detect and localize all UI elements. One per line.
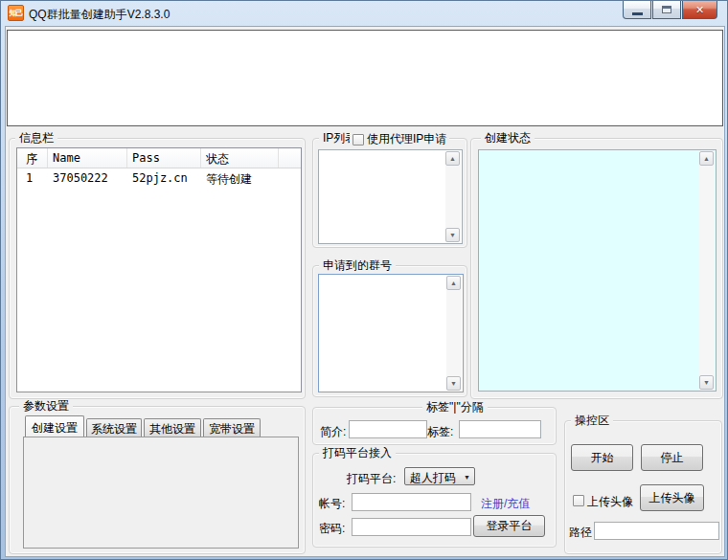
- cell-name: 37050222: [48, 168, 127, 188]
- info-table-header: 序 Name Pass 状态: [17, 148, 301, 168]
- proxy-ip-checkbox-label: 使用代理IP申请: [367, 131, 446, 147]
- app-window: 知己 QQ群批量创建助手V2.8.3.0 ✕ 信息栏 序 Name Pass 状…: [0, 0, 728, 560]
- create-status-listbox[interactable]: ▲ ▼: [478, 149, 717, 392]
- scroll-down-icon[interactable]: ▼: [445, 228, 460, 242]
- chevron-down-icon: ▼: [464, 474, 470, 481]
- path-input[interactable]: [594, 522, 719, 540]
- tab-system-settings[interactable]: 系统设置: [86, 418, 142, 437]
- scroll-up-icon[interactable]: ▲: [446, 276, 461, 290]
- maximize-button[interactable]: [652, 1, 681, 19]
- column-header-extra: [279, 148, 301, 168]
- window-title: QQ群批量创建助手V2.8.3.0: [29, 7, 170, 23]
- column-header-seq[interactable]: 序: [17, 148, 48, 168]
- params-panel-title: 参数设置: [19, 399, 73, 413]
- upload-avatar-checkbox-label: 上传头像: [587, 494, 633, 510]
- close-button[interactable]: ✕: [682, 1, 717, 19]
- captcha-panel-title: 打码平台接入: [319, 446, 396, 459]
- applied-groups-listbox[interactable]: ▲ ▼: [318, 274, 464, 392]
- column-header-name[interactable]: Name: [48, 148, 127, 168]
- account-label: 帐号:: [319, 496, 345, 512]
- control-panel: 操控区 开始 停止 上传头像 上传头像 路径: [564, 420, 722, 554]
- close-icon: ✕: [695, 4, 704, 16]
- banner-area: [7, 30, 723, 126]
- maximize-icon: [662, 6, 671, 13]
- app-icon[interactable]: 知己: [8, 5, 24, 21]
- column-header-status[interactable]: 状态: [201, 148, 279, 168]
- create-status-title: 创建状态: [481, 131, 535, 145]
- ip-listbox-scrollbar[interactable]: ▲ ▼: [445, 151, 461, 242]
- stop-button[interactable]: 停止: [641, 444, 703, 471]
- title-bar[interactable]: 知己 QQ群批量创建助手V2.8.3.0 ✕: [1, 1, 728, 26]
- info-table[interactable]: 序 Name Pass 状态 1 37050222 52pjz.cn 等待创建: [16, 147, 302, 392]
- proxy-ip-checkbox[interactable]: [353, 134, 364, 146]
- password-input[interactable]: [352, 518, 471, 536]
- ip-list-panel: IP列表 使用代理IP申请 ▲ ▼: [312, 138, 467, 248]
- intro-label: 简介:: [320, 424, 346, 440]
- scroll-down-icon[interactable]: ▼: [699, 375, 714, 390]
- intro-input[interactable]: [349, 420, 427, 438]
- info-panel: 信息栏 序 Name Pass 状态 1 37050222 52pjz.cn 等…: [9, 138, 306, 399]
- minimize-icon: [632, 12, 643, 15]
- proxy-checkbox-group[interactable]: 使用代理IP申请: [350, 131, 449, 147]
- applied-groups-panel: 申请到的群号 ▲ ▼: [312, 265, 467, 397]
- scroll-up-icon[interactable]: ▲: [445, 151, 460, 166]
- create-status-scrollbar[interactable]: ▲ ▼: [699, 151, 715, 390]
- captcha-panel: 打码平台接入 打码平台: 超人打码 ▼ 帐号: 注册/充值 密码: 登录平台: [312, 453, 557, 548]
- tab-broadband-settings[interactable]: 宽带设置: [203, 418, 261, 437]
- cell-pass: 52pjz.cn: [127, 168, 201, 188]
- login-platform-button[interactable]: 登录平台: [473, 515, 545, 537]
- tag-panel-title: 标签"|"分隔: [422, 400, 488, 414]
- minimize-button[interactable]: [623, 1, 651, 19]
- scroll-down-icon[interactable]: ▼: [446, 376, 461, 391]
- tab-create-settings[interactable]: 创建设置: [25, 415, 84, 437]
- info-panel-title: 信息栏: [15, 131, 57, 145]
- applied-groups-title: 申请到的群号: [319, 258, 396, 272]
- applied-groups-scrollbar[interactable]: ▲ ▼: [446, 276, 462, 391]
- window-controls: ✕: [622, 1, 717, 19]
- captcha-platform-dropdown[interactable]: 超人打码 ▼: [404, 467, 475, 485]
- params-panel: 参数设置 创建设置 系统设置 其他设置 宽带设置 群名加地名 随机群名称 名称 …: [9, 406, 306, 554]
- password-label: 密码:: [319, 521, 345, 537]
- captcha-platform-value: 超人打码: [410, 471, 456, 484]
- cell-seq: 1: [17, 168, 48, 188]
- create-status-panel: 创建状态 ▲ ▼: [470, 138, 723, 399]
- create-settings-tabpanel: [23, 437, 299, 549]
- captcha-platform-label: 打码平台:: [347, 471, 396, 487]
- register-recharge-link[interactable]: 注册/充值: [481, 496, 530, 512]
- tag-panel: 标签"|"分隔 简介: 标签:: [312, 407, 557, 445]
- upload-avatar-button[interactable]: 上传头像: [640, 484, 704, 511]
- account-input[interactable]: [352, 493, 471, 511]
- upload-avatar-checkbox[interactable]: [573, 495, 584, 506]
- cell-status: 等待创建: [201, 168, 279, 188]
- control-panel-title: 操控区: [571, 414, 613, 427]
- scroll-up-icon[interactable]: ▲: [699, 151, 714, 166]
- tag-input[interactable]: [459, 420, 541, 438]
- table-row[interactable]: 1 37050222 52pjz.cn 等待创建: [17, 168, 301, 188]
- ip-listbox[interactable]: ▲ ▼: [318, 149, 463, 244]
- start-button[interactable]: 开始: [571, 444, 633, 471]
- path-label: 路径: [569, 525, 592, 541]
- column-header-pass[interactable]: Pass: [127, 148, 201, 168]
- tag-label: 标签:: [427, 424, 453, 440]
- tab-other-settings[interactable]: 其他设置: [144, 418, 201, 437]
